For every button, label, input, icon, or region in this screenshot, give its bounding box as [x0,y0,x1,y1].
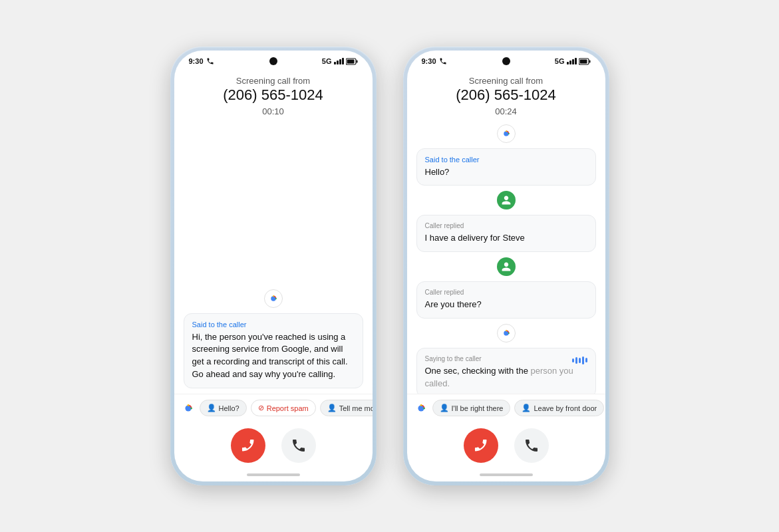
call-status-icon-2 [439,57,447,65]
bubble-label-2a: Said to the caller [425,156,587,164]
call-timer-1: 00:10 [188,106,359,116]
camera-1 [269,57,277,65]
phone-2: 9:30 5G Screening ca [403,47,609,485]
hello-button[interactable]: 👤 Hello? [200,400,247,416]
bubble-text-1: Hi, the person you've reached is using a… [192,331,355,381]
answer-call-icon-2 [524,438,540,454]
google-assistant-icon-2d [500,327,512,339]
chat-area-2: Said to the caller Hello? Caller replied… [407,122,605,394]
battery-icon [346,58,358,65]
right-there-button[interactable]: 👤 I'll be right there [432,400,511,416]
waveform-icon [572,356,587,364]
bubble-text-2a: Hello? [425,166,587,179]
svg-point-4 [272,295,273,297]
bubble-label-2b: Caller replied [425,222,587,229]
bubble-text-2b: I have a delivery for Steve [425,232,587,245]
end-call-button-1[interactable] [231,428,265,463]
bubble-label-2d: Saying to the caller [425,355,482,362]
google-avatar-1 [264,289,283,308]
tell-label: Tell me mo [339,404,373,412]
camera-2 [502,57,510,65]
svg-point-13 [505,130,506,132]
svg-rect-1 [356,60,357,63]
call-actions-2 [407,422,605,473]
svg-point-8 [190,407,192,409]
call-header-1: Screening call from (206) 565-1024 00:10 [174,68,373,122]
bubble-label-2c: Caller replied [425,289,587,296]
bubble-text-2c: Are you there? [425,299,587,311]
message-bubble-2b: Caller replied I have a delivery for Ste… [416,215,596,252]
phone-1: 9:30 5G [170,47,377,485]
report-spam-button[interactable]: ⊘ Report spam [251,400,316,416]
end-call-icon [240,438,256,454]
network-1: 5G [322,57,332,65]
status-bar-1: 9:30 5G [174,51,373,68]
answer-call-icon [291,438,307,454]
end-call-button-2[interactable] [464,428,498,463]
report-icon: ⊘ [258,404,264,412]
person-icon-3: 👤 [440,404,449,412]
caller-avatar-2c [497,257,516,276]
google-avatar-2a [497,124,516,143]
assistant-mini-icon-1 [181,401,196,416]
person-icon-1: 👤 [207,404,216,412]
quick-reply-bar-2: 👤 I'll be right there 👤 Leave by front d… [407,394,605,422]
phone-2-screen: 9:30 5G Screening ca [407,51,605,481]
svg-point-7 [187,404,189,406]
call-actions-1 [174,422,373,473]
caller-person-icon [501,195,512,205]
caller-person-icon-2 [501,261,512,272]
svg-rect-11 [579,59,587,63]
call-header-2: Screening call from (206) 565-1024 00:24 [407,68,605,122]
signal-icon [334,58,344,65]
right-there-label: I'll be right there [452,404,504,412]
battery-icon-2 [579,58,591,65]
status-left-1: 9:30 [189,57,214,65]
svg-point-17 [508,332,509,334]
svg-point-14 [508,132,509,134]
saying-text: One sec, checking with the [425,366,531,376]
phone-number-2: (206) 565-1024 [420,86,592,105]
status-bar-2: 9:30 5G [407,51,605,68]
status-left-2: 9:30 [422,57,447,65]
google-avatar-2d [497,324,516,342]
time-2: 9:30 [422,57,436,65]
status-right-1: 5G [322,57,358,65]
network-2: 5G [555,57,565,65]
status-right-2: 5G [555,57,591,65]
screening-label-2: Screening call from [420,76,592,86]
home-indicator-1 [247,473,300,476]
bubble-label-1: Said to the caller [192,321,355,329]
svg-rect-2 [347,59,354,63]
hello-label: Hello? [219,404,239,412]
message-bubble-1: Said to the caller Hi, the person you've… [184,313,363,388]
answer-call-button-1[interactable] [281,428,316,463]
caller-avatar-2b [497,191,516,209]
person-icon-2: 👤 [327,404,337,412]
call-timer-2: 00:24 [420,106,592,116]
google-assistant-icon-2a [500,128,512,140]
screening-label-1: Screening call from [188,76,359,86]
phone-number-1: (206) 565-1024 [188,86,359,105]
svg-rect-10 [589,60,590,63]
front-door-label: Leave by front door [534,404,597,412]
report-label: Report spam [267,404,309,412]
svg-point-19 [420,404,422,406]
call-status-icon [206,57,214,65]
leave-front-door-button[interactable]: 👤 Leave by front door [514,400,604,416]
tell-me-more-button[interactable]: 👤 Tell me mo [320,400,373,416]
quick-reply-bar-1: 👤 Hello? ⊘ Report spam 👤 Tell me mo [174,394,373,422]
time-1: 9:30 [189,57,204,65]
message-bubble-2a: Said to the caller Hello? [416,148,596,186]
bubble-text-2d: One sec, checking with the person you ca… [425,365,587,390]
home-indicator-2 [480,473,533,476]
svg-point-20 [423,407,425,409]
message-bubble-2d: Saying to the caller One sec, checking w… [416,348,596,394]
svg-point-16 [505,330,506,331]
answer-call-button-2[interactable] [514,428,549,463]
end-call-icon-2 [473,438,489,454]
chat-area-1: Said to the caller Hi, the person you've… [174,122,373,394]
message-bubble-2c: Caller replied Are you there? [416,281,596,319]
person-icon-4: 👤 [522,404,531,412]
phone-1-screen: 9:30 5G [174,51,373,481]
